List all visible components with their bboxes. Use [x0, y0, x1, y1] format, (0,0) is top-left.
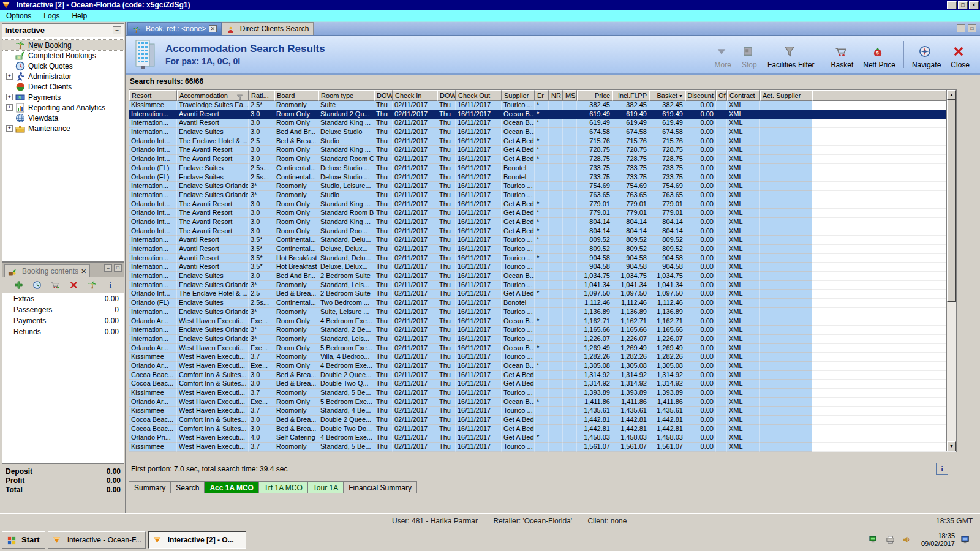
result-row[interactable]: Internation...Enclave Suites3.0Bed And B… [129, 128, 956, 137]
column-header-er[interactable]: Er [535, 90, 549, 101]
booking-contents-row[interactable]: Refunds0.00 [2, 326, 124, 337]
filter-funnel-icon[interactable] [236, 92, 243, 99]
refresh-clock-icon[interactable] [32, 280, 42, 290]
result-row[interactable]: Orlando (FL)Enclave Suites2.5s...Contine… [129, 299, 956, 308]
result-row[interactable]: Internation...Avanti Resort3.0Room OnlyS… [129, 119, 956, 128]
palm-icon[interactable] [88, 280, 97, 290]
section-tab-search[interactable]: Search [171, 481, 205, 493]
column-header-check-in[interactable]: Check In [393, 90, 437, 101]
network-tray-icon[interactable] [869, 535, 879, 545]
menu-item-options[interactable]: Options [0, 10, 37, 21]
expand-plus-icon[interactable]: + [6, 94, 13, 100]
minimize-button[interactable]: _ [947, 1, 957, 9]
doc-minimize-icon[interactable]: – [957, 24, 965, 32]
section-tab-summary[interactable]: Summary [129, 481, 171, 493]
result-row[interactable]: Cocoa Beac...Comfort Inn & Suites...3.0B… [129, 380, 956, 389]
column-header-of[interactable]: Of [716, 90, 727, 101]
volume-tray-icon[interactable] [902, 535, 912, 545]
result-row[interactable]: KissimmeeWest Haven Executi...3.7Roomonl… [129, 353, 956, 362]
sidebar-item-completed-bookings[interactable]: Completed Bookings [2, 50, 124, 61]
scroll-down-icon[interactable]: ▼ [947, 441, 956, 451]
result-row[interactable]: Orlando Int...The Avanti Resort3.0Room O… [129, 227, 956, 236]
nett-price-button[interactable]: $Nett Price [859, 39, 900, 70]
column-header-dow[interactable]: DOW [374, 90, 393, 101]
column-header-contract[interactable]: Contract [727, 90, 760, 101]
column-header-price[interactable]: Price [577, 90, 612, 101]
close-button[interactable]: × [969, 1, 979, 9]
result-row[interactable]: Orlando Ar...West Haven Executi...Exe...… [129, 362, 956, 371]
result-row[interactable]: Orlando Pri...West Haven Executi...4.0Se… [129, 433, 956, 443]
column-header-ms[interactable]: MS [563, 90, 577, 101]
close-button[interactable]: Close [946, 39, 974, 70]
result-row[interactable]: Cocoa Beac...Comfort Inn & Suites...3.0B… [129, 425, 956, 434]
result-row[interactable]: Internation...Avanti Resort3.0Room OnlyS… [129, 110, 956, 119]
column-header-resort[interactable]: Resort [129, 90, 177, 101]
result-row[interactable]: Orlando Ar...West Haven Executi...Exe...… [129, 398, 956, 407]
result-row[interactable]: Orlando (FL)Enclave Suites2.5s...Contine… [129, 164, 956, 173]
column-header-act-supplier[interactable]: Act. Supplier [760, 90, 812, 101]
section-tab-trf-1a-mco[interactable]: Trf 1A MCO [259, 481, 308, 493]
sidebar-item-reporting-and-analytics[interactable]: +Reporting and Analytics [2, 102, 124, 113]
close-tab-icon[interactable]: ✕ [209, 25, 217, 32]
result-row[interactable]: Orlando Int...The Enclave Hotel & ...2.5… [129, 137, 956, 146]
result-row[interactable]: Orlando Int...The Enclave Hotel & ...2.5… [129, 290, 956, 299]
expand-plus-icon[interactable]: + [6, 104, 13, 111]
result-row[interactable]: Orlando (FL)Enclave Suites2.5s...Contine… [129, 173, 956, 182]
add-icon[interactable] [14, 280, 24, 290]
result-row[interactable]: Internation...Enclave Suites Orlando3*Ro… [129, 326, 956, 335]
column-header-basket[interactable]: Basket▼ [649, 90, 685, 101]
column-header-supplier[interactable]: Supplier [502, 90, 535, 101]
result-row[interactable]: Internation...Avanti Resort3.5*Hot Break… [129, 263, 956, 272]
result-row[interactable]: Internation...Enclave Suites Orlando3*Ro… [129, 281, 956, 290]
section-tab-tour-1a[interactable]: Tour 1A [308, 481, 344, 493]
doc-tab-direct-clients-search[interactable]: Direct Clients Search [222, 22, 314, 35]
result-row[interactable]: Orlando Int...The Avanti Resort3.0Room O… [129, 155, 956, 164]
navigate-button[interactable]: Navigate [908, 39, 945, 70]
taskbar-task-inactive[interactable]: Interactive - Ocean-F... [48, 531, 146, 549]
info-button[interactable]: i [936, 463, 948, 475]
taskbar-task-active[interactable]: Interactive [2] - O... [148, 531, 246, 549]
booking-contents-tab[interactable]: Booking contents ✕ [4, 264, 90, 277]
doc-restore-icon[interactable]: □ [968, 24, 976, 32]
printer-tray-icon[interactable] [886, 535, 895, 545]
sidebar-item-payments[interactable]: +$Payments [2, 92, 124, 102]
result-row[interactable]: Internation...Avanti Resort3.5*Continent… [129, 245, 956, 254]
booking-contents-row[interactable]: Payments0.00 [2, 315, 124, 326]
result-row[interactable]: KissimmeeWest Haven Executi...3.7Roomonl… [129, 407, 956, 416]
panel-minimize-icon[interactable]: – [104, 264, 112, 272]
vertical-scrollbar[interactable]: ▲ ▼ [946, 90, 956, 451]
sidebar-item-viewdata[interactable]: Viewdata [2, 113, 124, 123]
column-header-rati-[interactable]: Rati... [249, 90, 274, 101]
result-row[interactable]: KissimmeeWest Haven Executi...3.7Roomonl… [129, 389, 956, 398]
facilities-filter-button[interactable]: Facilities Filter [763, 39, 819, 70]
result-row[interactable]: Orlando Ar...West Haven Executi...Exe...… [129, 317, 956, 326]
result-row[interactable]: Orlando Int...The Avanti Resort3.0Room O… [129, 146, 956, 155]
section-tab-financial-summary[interactable]: Financial Summary [344, 481, 417, 493]
start-button[interactable]: Start [2, 531, 45, 549]
column-header-room-type[interactable]: Room type [318, 90, 374, 101]
result-row[interactable]: Internation...Enclave Suites Orlando3*Ro… [129, 335, 956, 344]
column-header-discount[interactable]: Discount [685, 90, 716, 101]
info-icon[interactable]: i [106, 280, 116, 290]
result-row[interactable]: KissimmeeTravelodge Suites Ea...2.5*Room… [129, 101, 956, 110]
result-row[interactable]: Orlando Int...The Avanti Resort3.0Room O… [129, 200, 956, 209]
sidebar-item-maintenance[interactable]: +Maintenance [2, 123, 124, 133]
result-row[interactable]: KissimmeeWest Haven Executi...3.7Roomonl… [129, 443, 956, 452]
sidebar-item-quick-quotes[interactable]: Quick Quotes [2, 61, 124, 71]
scrollbar-thumb[interactable] [947, 100, 956, 302]
column-header-nr[interactable]: NR [549, 90, 563, 101]
sidebar-item-administrator[interactable]: +Administrator [2, 71, 124, 81]
result-row[interactable]: Orlando Ar...West Haven Executi...Exe...… [129, 344, 956, 353]
sidebar-item-direct-clients[interactable]: Direct Clients [2, 81, 124, 92]
result-row[interactable]: Internation...Enclave Suites Orlando3*Ro… [129, 182, 956, 191]
result-row[interactable]: Internation...Enclave Suites Orlando3*Ro… [129, 191, 956, 200]
panel-maximize-icon[interactable]: □ [114, 264, 122, 272]
collapse-panel-button[interactable]: – [113, 26, 121, 34]
column-header-dow[interactable]: DOW [437, 90, 456, 101]
section-tab-acc-1a-mco[interactable]: Acc 1A MCO [205, 481, 259, 493]
booking-contents-row[interactable]: Extras0.00 [2, 293, 124, 304]
doc-tab-book-ref-none-[interactable]: Book. ref.: <none>✕ [127, 22, 222, 35]
result-row[interactable]: Orlando Int...The Avanti Resort3.0Room O… [129, 209, 956, 218]
basket-button[interactable]: Basket [827, 39, 858, 70]
column-header-check-out[interactable]: Check Out [456, 90, 502, 101]
